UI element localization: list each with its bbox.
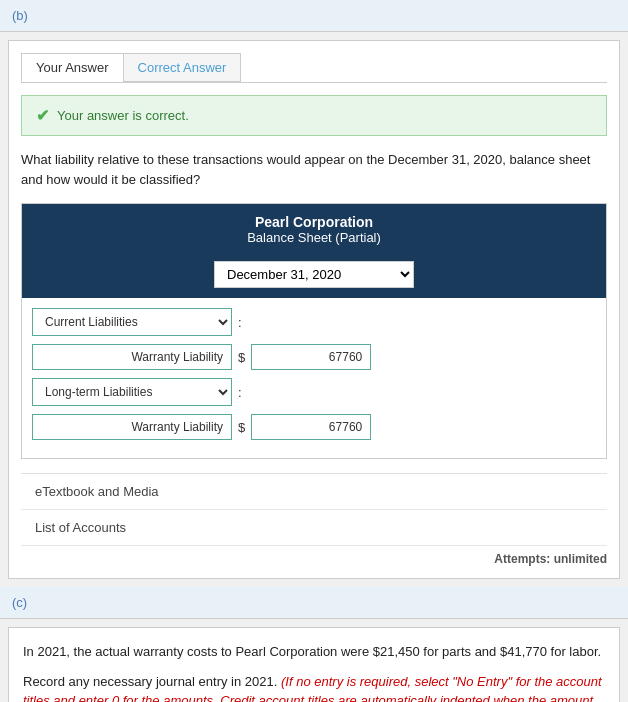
dollar-2: $ xyxy=(238,420,245,435)
success-banner: ✔ Your answer is correct. xyxy=(21,95,607,136)
instruction-1: In 2021, the actual warranty costs to Pe… xyxy=(23,642,605,662)
warranty-amount-1[interactable] xyxy=(251,344,371,370)
date-select[interactable]: December 31, 2020 xyxy=(214,261,414,288)
balance-sheet-header: Pearl Corporation Balance Sheet (Partial… xyxy=(22,204,606,255)
success-message: Your answer is correct. xyxy=(57,108,189,123)
liability-row-2: Long-term Liabilities : xyxy=(32,378,596,406)
instruction-2-text: Record any necessary journal entry in 20… xyxy=(23,674,277,689)
warranty-amount-2[interactable] xyxy=(251,414,371,440)
section-c-label: (c) xyxy=(12,595,27,610)
tab-bar: Your Answer Correct Answer xyxy=(21,53,607,83)
bottom-buttons: eTextbook and Media List of Accounts xyxy=(21,473,607,546)
section-b-header: (b) xyxy=(0,0,628,32)
check-icon: ✔ xyxy=(36,106,49,125)
longterm-liabilities-select[interactable]: Long-term Liabilities xyxy=(32,378,232,406)
sheet-title: Balance Sheet (Partial) xyxy=(32,230,596,245)
tab-correct-answer[interactable]: Correct Answer xyxy=(123,53,242,82)
etextbook-button[interactable]: eTextbook and Media xyxy=(21,474,607,510)
section-b-label: (b) xyxy=(12,8,28,23)
colon-2: : xyxy=(238,385,242,400)
warranty-row-2: $ xyxy=(32,414,596,440)
balance-sheet: Pearl Corporation Balance Sheet (Partial… xyxy=(21,203,607,459)
dollar-1: $ xyxy=(238,350,245,365)
warranty-account-2[interactable] xyxy=(32,414,232,440)
balance-sheet-body: Current Liabilities : $ Long-term Liabil… xyxy=(22,298,606,458)
section-b-card: Your Answer Correct Answer ✔ Your answer… xyxy=(8,40,620,579)
section-b: (b) Your Answer Correct Answer ✔ Your an… xyxy=(0,0,628,579)
section-c-header: (c) xyxy=(0,587,628,619)
attempts: Attempts: unlimited xyxy=(21,546,607,566)
warranty-row-1: $ xyxy=(32,344,596,370)
instruction-2: Record any necessary journal entry in 20… xyxy=(23,672,605,703)
balance-sheet-date-row: December 31, 2020 xyxy=(22,255,606,298)
company-name: Pearl Corporation xyxy=(32,214,596,230)
section-c: (c) In 2021, the actual warranty costs t… xyxy=(0,587,628,702)
list-accounts-button[interactable]: List of Accounts xyxy=(21,510,607,546)
warranty-account-1[interactable] xyxy=(32,344,232,370)
current-liabilities-select[interactable]: Current Liabilities xyxy=(32,308,232,336)
section-c-card: In 2021, the actual warranty costs to Pe… xyxy=(8,627,620,702)
liability-row-1: Current Liabilities : xyxy=(32,308,596,336)
question-text: What liability relative to these transac… xyxy=(21,150,607,189)
colon-1: : xyxy=(238,315,242,330)
tab-your-answer[interactable]: Your Answer xyxy=(21,53,124,82)
